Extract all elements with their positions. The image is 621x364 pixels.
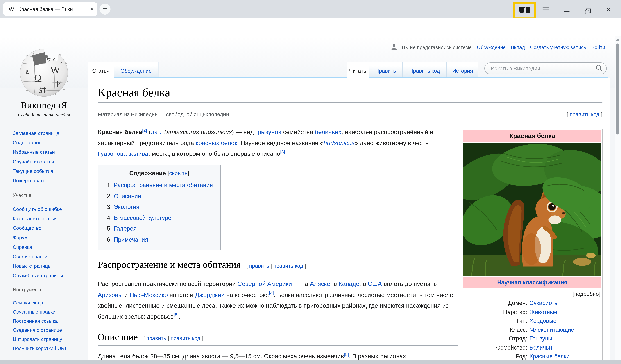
sidebar-item-recent-changes[interactable]: Свежие правки (13, 252, 63, 261)
wiki-link[interactable]: править код (273, 263, 303, 269)
personal-link-talk[interactable]: Обсуждение (477, 45, 506, 50)
reference-link[interactable]: [4] (269, 290, 274, 295)
wiki-link[interactable]: грызунов (255, 128, 281, 135)
wiki-link[interactable]: hudsonicus (324, 139, 355, 146)
sidebar-item-main-page[interactable]: Заглавная страница (13, 128, 59, 138)
wikipedia-logo[interactable]: Ω W И 維 ウィ ع ϡ ВикипедиЯ Свободная энцик… (0, 40, 88, 118)
logo-slogan: Свободная энциклопедия (0, 112, 88, 118)
wiki-search-box[interactable] (484, 63, 607, 74)
taxobox-details-link[interactable]: [подробно] (464, 291, 601, 297)
wiki-link[interactable]: править (249, 263, 269, 269)
wiki-link[interactable]: править (146, 335, 166, 341)
toc-item[interactable]: 6Примечания (107, 234, 216, 245)
incognito-glasses-icon[interactable] (519, 6, 531, 16)
wiki-link[interactable]: красных белок (196, 139, 237, 146)
user-icon (391, 44, 397, 51)
taxon-link[interactable]: Грызуны (530, 335, 552, 342)
tab-close-icon[interactable]: ✕ (90, 6, 94, 12)
toc-hide-link[interactable]: [скрыть] (168, 170, 189, 176)
tab-read[interactable]: Читать (346, 62, 369, 78)
sidebar-item-special-pages[interactable]: Служебные страницы (13, 271, 63, 280)
sidebar-item-how-to-edit[interactable]: Как править статьи (13, 214, 63, 223)
sidebar-item-what-links-here[interactable]: Ссылки сюда (13, 299, 81, 308)
scrollbar-thumb[interactable] (616, 44, 620, 135)
taxobox-classification-header[interactable]: Научная классификация (497, 279, 567, 285)
page-scrollbar[interactable] (615, 36, 621, 360)
wiki-link[interactable]: США (368, 280, 382, 287)
toc-item[interactable]: 3Экология (107, 201, 216, 212)
taxon-link[interactable]: Эукариоты (530, 300, 559, 306)
tab-history[interactable]: История (447, 62, 479, 78)
wiki-link[interactable]: Аризоны (98, 291, 123, 298)
personal-link-contributions[interactable]: Вклад (511, 45, 525, 50)
sidebar-item-report-error[interactable]: Сообщить об ошибке (13, 205, 63, 214)
wiki-link[interactable]: Северной Америки (237, 280, 292, 287)
toc-item[interactable]: 5Галерея (107, 223, 216, 234)
sidebar-item-current-events[interactable]: Текущие события (13, 167, 59, 176)
taxon-link[interactable]: Беличьи (530, 344, 552, 351)
search-icon[interactable] (596, 64, 602, 72)
personal-tools-bar: Вы не представились системе Обсуждение В… (391, 44, 605, 51)
wiki-link[interactable]: Канаде (339, 280, 359, 287)
personal-link-login[interactable]: Войти (591, 45, 605, 50)
reference-link[interactable]: [5] (174, 312, 178, 317)
sidebar-item-permanent-link[interactable]: Постоянная ссылка (13, 317, 81, 326)
wiki-link[interactable]: беличьих (315, 128, 341, 135)
table-row: Тип:Хордовые (464, 317, 601, 325)
sidebar-item-featured[interactable]: Избранные статьи (13, 148, 59, 157)
tab-edit[interactable]: Править (369, 62, 402, 78)
toc-item[interactable]: 2Описание (107, 190, 216, 201)
sidebar-item-short-url[interactable]: Получить короткий URL (13, 344, 81, 353)
restore-window-icon[interactable] (585, 8, 591, 16)
sidebar-group-navigation: Заглавная страница Содержание Избранные … (13, 128, 59, 185)
taxon-link[interactable]: Млекопитающие (530, 327, 574, 333)
sidebar-item-random[interactable]: Случайная статья (13, 157, 59, 167)
browser-tab-bar: W Красная белка — Вики ✕ + ✕ (0, 0, 621, 18)
reference-link[interactable]: [3] (280, 149, 285, 154)
wiki-link[interactable]: Гудзонова залива (98, 150, 148, 157)
reference-link[interactable]: [5] (344, 352, 349, 357)
tab-talk[interactable]: Обсуждение (114, 62, 158, 78)
minimize-icon[interactable] (564, 12, 569, 12)
tab-edit-source[interactable]: Править код (402, 62, 447, 78)
sidebar-item-page-info[interactable]: Сведения о странице (13, 326, 81, 335)
wiki-link[interactable]: Аляске (310, 280, 330, 287)
new-tab-button[interactable]: + (99, 3, 110, 15)
edit-source-top-link[interactable]: [ править код ] (567, 111, 602, 117)
section-paragraph: Длина тела белок 28—35 см, длина хвоста … (98, 351, 458, 360)
table-row: Отряд:Грызуны (464, 334, 601, 343)
svg-text:ウィ: ウィ (47, 57, 56, 62)
squirrel-photo[interactable] (464, 143, 601, 276)
sidebar-item-cite-page[interactable]: Цитировать страницу (13, 335, 81, 344)
sidebar-item-related-changes[interactable]: Связанные правки (13, 308, 81, 317)
wiki-link[interactable]: скрыть (169, 170, 188, 176)
wiki-link[interactable]: Джорджии (195, 291, 224, 298)
browser-tab[interactable]: W Красная белка — Вики ✕ (3, 2, 97, 16)
sidebar-item-community[interactable]: Сообщество (13, 223, 63, 233)
sidebar-item-forum[interactable]: Форум (13, 233, 63, 242)
wiki-link[interactable]: править код (171, 335, 200, 341)
sidebar-item-contents[interactable]: Содержание (13, 138, 59, 147)
wiki-link[interactable]: править код (569, 111, 599, 117)
personal-link-create-account[interactable]: Создать учётную запись (530, 45, 586, 50)
wiki-link[interactable]: Нью-Мексико (130, 291, 168, 298)
toc-item[interactable]: 4В массовой культуре (107, 212, 216, 223)
tab-article[interactable]: Статья (88, 62, 114, 78)
scrollbar-up-arrow-icon[interactable] (616, 38, 619, 41)
svg-text:Ω: Ω (34, 72, 42, 84)
toc-item[interactable]: 1Распространение и места обитания (107, 179, 216, 190)
sidebar-item-help[interactable]: Справка (13, 242, 63, 252)
taxon-link[interactable]: Хордовые (530, 317, 557, 324)
taxon-link[interactable]: Животные (530, 309, 557, 315)
wiki-link[interactable]: лат. (151, 128, 161, 135)
close-window-icon[interactable]: ✕ (606, 6, 611, 13)
taxon-link[interactable]: Красные белки (530, 353, 569, 360)
section-edit-links[interactable]: [ править | править код ] (143, 335, 203, 341)
reference-link[interactable]: [2] (142, 128, 147, 133)
address-bar-row: Я ru.wikipedia.org Красная белка — Викип… (0, 18, 621, 36)
sidebar-item-new-pages[interactable]: Новые страницы (13, 261, 63, 271)
wiki-search-input[interactable] (490, 65, 596, 72)
browser-menu-icon[interactable] (543, 7, 549, 12)
section-edit-links[interactable]: [ править | править код ] (246, 263, 306, 269)
sidebar-item-donate[interactable]: Пожертвовать (13, 176, 59, 185)
